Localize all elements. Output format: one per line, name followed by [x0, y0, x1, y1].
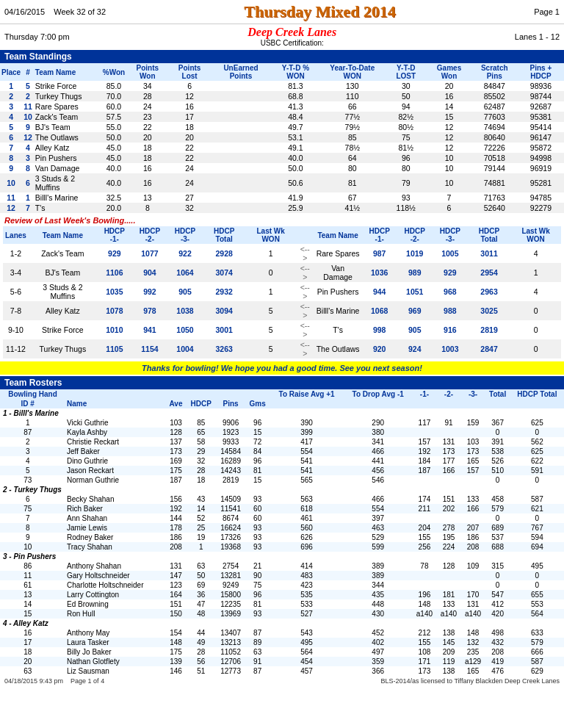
roster-cell [55, 647, 65, 657]
roster-cell [55, 542, 65, 552]
roster-cell: 48 [186, 609, 216, 619]
standings-cell: 41.9 [271, 192, 319, 203]
review-cell: 5 [245, 301, 296, 320]
review-cell: 1005 [433, 244, 468, 263]
col-place: Place [0, 63, 22, 81]
roster-cell [55, 466, 65, 475]
roster-cell: 625 [510, 418, 564, 428]
review-cell: 2932 [203, 282, 245, 301]
standings-cell: 10 [0, 173, 22, 192]
roster-cell: 93 [245, 542, 270, 552]
review-cell: 0 [510, 339, 561, 358]
roster-cell [55, 513, 65, 523]
col-bowling-hand: Bowling Hand [0, 389, 65, 399]
roster-cell: 626 [270, 533, 344, 542]
roster-cell: 8 [0, 523, 55, 533]
standings-cell: 50 [385, 91, 427, 101]
standings-cell: 77603 [471, 112, 518, 122]
standings-cell: 20.0 [101, 203, 126, 213]
roster-cell: 0 [485, 513, 510, 523]
roster-cell [55, 561, 65, 571]
roster-cell: 537 [485, 533, 510, 542]
roster-cell: 204 [412, 523, 436, 533]
day-time: Thursday 7:00 pm [4, 32, 70, 41]
review-cell: 2963 [468, 282, 510, 301]
roster-cell: 21 [245, 561, 270, 571]
review-cell: <--> [296, 339, 314, 358]
standings-cell: 74694 [471, 122, 518, 132]
standings-cell: 32 [169, 203, 211, 213]
review-cell: Billl's Marine [314, 301, 362, 320]
roster-cell [412, 580, 436, 590]
roster-cell: 103 [166, 418, 187, 428]
roster-cell: 367 [485, 418, 510, 428]
standings-row: 311Rare Spares60.0241641.366941462487926… [0, 101, 564, 112]
standings-cell: 1 [22, 192, 34, 203]
standings-cell: 30 [385, 81, 427, 91]
standings-cell: 49.1 [271, 143, 319, 153]
standings-cell: T's [34, 203, 101, 213]
col-hdcp1-tot: HDCP Total [203, 226, 245, 244]
roster-cell: 133 [436, 599, 460, 609]
roster-cell: 44 [186, 628, 216, 638]
standings-cell: 24 [169, 173, 211, 192]
standings-cell: 8 [126, 203, 168, 213]
standings-cell: 67 [320, 192, 386, 203]
standings-cell: 22 [126, 122, 168, 132]
roster-cell: 16624 [216, 523, 245, 533]
roster-cell: 93 [245, 494, 270, 504]
roster-cell: 458 [485, 494, 510, 504]
roster-cell: Rodney Baker [65, 533, 166, 542]
standings-cell: 12 [427, 122, 471, 132]
standings-cell: 6 [169, 81, 211, 91]
roster-table: Bowling Hand To Raise Avg +1 To Drop Avg… [0, 389, 564, 676]
review-cell: 929 [97, 244, 132, 263]
roster-cell: 84 [245, 447, 270, 456]
standings-cell: 85502 [471, 91, 518, 101]
col-unearned: UnEarned Points [211, 63, 272, 81]
roster-cell [55, 628, 65, 638]
standings-cell: 23 [126, 112, 168, 122]
standings-cell: 72226 [471, 143, 518, 153]
standings-cell: 7 [427, 192, 471, 203]
roster-cell: 1 [186, 542, 216, 552]
roster-team-row: 1 - Billl's Marine [0, 408, 564, 418]
review-cell: Zack's Team [29, 244, 97, 263]
roster-cell: 165 [461, 666, 485, 676]
roster-team-row: 4 - Alley Katz [0, 619, 564, 628]
standings-cell: 75 [385, 132, 427, 143]
roster-cell: Nathan Glotflety [65, 657, 166, 666]
roster-cell: 187 [166, 475, 187, 485]
roster-cell: 151 [436, 494, 460, 504]
standings-cell: 16 [126, 163, 168, 173]
roster-cell: 553 [510, 599, 564, 609]
roster-cell: 164 [166, 590, 187, 599]
roster-cell: 195 [436, 533, 460, 542]
col-ave-head [166, 389, 187, 399]
standings-cell: BJ's Team [34, 122, 101, 132]
roster-cell: 599 [344, 542, 412, 552]
col-team1: Team Name [29, 226, 97, 244]
roster-member-row: 10Tracy Shahan20811936893696599256224208… [0, 542, 564, 552]
roster-cell [461, 475, 485, 485]
review-cell: <--> [296, 282, 314, 301]
review-row: 9-10Strike Force1010941105030015<-->T's9… [3, 320, 561, 339]
roster-cell: 202 [436, 504, 460, 513]
standings-cell: 81½ [385, 143, 427, 153]
review-cell: Strike Force [29, 320, 97, 339]
roster-cell: 0 [510, 513, 564, 523]
standings-cell: 16 [126, 173, 168, 192]
standings-cell [211, 112, 272, 122]
col-team-name: Team Name [34, 63, 101, 81]
standings-row: 22Turkey Thugs70.0281268.811050168550298… [0, 91, 564, 101]
roster-cell: 187 [412, 466, 436, 475]
standings-cell: 80640 [471, 132, 518, 143]
roster-cell: 629 [510, 666, 564, 676]
roster-cell: 17326 [216, 533, 245, 542]
review-cell: <--> [296, 263, 314, 282]
standings-cell [211, 81, 272, 91]
roster-cell: 28 [186, 647, 216, 657]
review-cell: 905 [167, 282, 203, 301]
review-cell: 969 [397, 301, 433, 320]
review-cell: 3074 [203, 263, 245, 282]
